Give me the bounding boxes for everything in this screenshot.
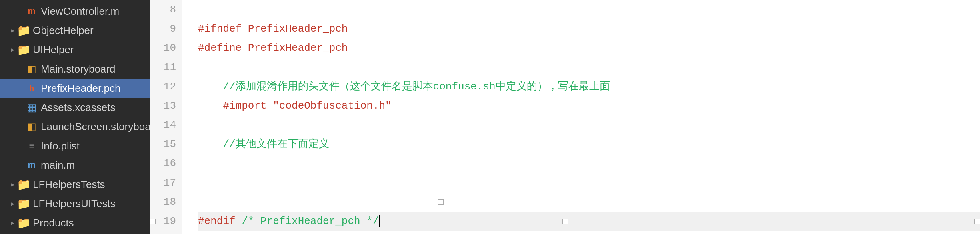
code-line[interactable]: #import "codeObfuscation.h": [198, 96, 980, 115]
code-token: #define: [198, 38, 248, 58]
line-number: 10: [150, 38, 176, 58]
code-token: #endif: [198, 212, 242, 231]
sidebar-item-assets[interactable]: ▦Assets.xcassets: [0, 98, 150, 117]
line-number: 13: [150, 96, 176, 115]
tree-arrow: [8, 26, 17, 35]
tree-arrow: [8, 218, 17, 227]
tree-arrow: [8, 45, 17, 54]
sidebar-item-lfhelpersuitests[interactable]: 📁LFHelpersUITests: [0, 194, 150, 213]
sidebar-item-label: Products: [33, 217, 150, 229]
line-number: 9: [150, 19, 176, 38]
file-icon-folder: 📁: [17, 216, 30, 230]
sidebar-item-infoplist[interactable]: ≡Info.plist: [0, 136, 150, 155]
sidebar-item-label: main.m: [41, 159, 150, 171]
sidebar-item-prefixheader[interactable]: hPrefixHeader.pch: [0, 79, 150, 98]
code-line[interactable]: #ifndef PrefixHeader_pch: [198, 19, 980, 38]
sidebar-item-label: Info.plist: [41, 140, 150, 152]
sidebar-item-label: UIHelper: [33, 44, 150, 56]
file-icon-folder: 📁: [17, 197, 30, 210]
code-token: //其他文件在下面定义: [198, 135, 329, 154]
sidebar-item-label: Assets.xcassets: [41, 101, 150, 114]
line-number: 11: [150, 58, 176, 77]
code-line[interactable]: [198, 173, 980, 192]
code-line[interactable]: [198, 0, 980, 19]
file-icon-folder: 📁: [17, 178, 30, 191]
code-token: #ifndef: [198, 19, 248, 38]
sidebar-item-lfhelperstests[interactable]: 📁LFHelpersTests: [0, 175, 150, 194]
file-icon-folder: 📁: [17, 43, 30, 56]
sidebar-item-launchscreen[interactable]: ◧LaunchScreen.storyboard: [0, 117, 150, 136]
code-line[interactable]: [198, 192, 980, 212]
file-icon-pch: h: [25, 81, 38, 95]
resize-handle-left[interactable]: [150, 219, 156, 224]
code-area: 8910111213141516171819 #ifndef PrefixHea…: [150, 0, 980, 234]
code-token: //添加混淆作用的头文件（这个文件名是脚本confuse.sh中定义的），写在最…: [198, 77, 610, 96]
file-icon-plist: ≡: [25, 139, 38, 153]
line-number: 16: [150, 154, 176, 173]
file-icon-swift: m: [25, 4, 38, 18]
tree-arrow: [8, 180, 17, 189]
code-line[interactable]: [198, 154, 980, 173]
file-icon-storyboard: ◧: [25, 120, 38, 133]
sidebar-item-label: LaunchScreen.storyboard: [41, 121, 150, 133]
sidebar: mViewController.m📁ObjectHelper📁UIHelper◧…: [0, 0, 150, 234]
file-icon-xcassets: ▦: [25, 101, 38, 114]
code-editor: 8910111213141516171819 #ifndef PrefixHea…: [150, 0, 980, 234]
sidebar-item-label: ObjectHelper: [33, 24, 150, 37]
file-icon-folder: 📁: [17, 24, 30, 37]
code-token: "codeObfuscation.h": [273, 96, 391, 115]
sidebar-item-label: PrefixHeader.pch: [41, 82, 150, 95]
line-number: 17: [150, 173, 176, 192]
sidebar-item-label: ViewController.m: [41, 5, 150, 18]
sidebar-item-main-storyboard[interactable]: ◧Main.storyboard: [0, 59, 150, 79]
code-line[interactable]: //其他文件在下面定义: [198, 135, 980, 154]
sidebar-item-label: LFHelpersUITests: [33, 198, 150, 210]
line-number: 18: [150, 192, 176, 212]
code-line[interactable]: [198, 115, 980, 135]
text-cursor: [379, 215, 380, 227]
code-line[interactable]: //添加混淆作用的头文件（这个文件名是脚本confuse.sh中定义的），写在最…: [198, 77, 980, 96]
file-icon-m: m: [25, 158, 38, 172]
line-number: 8: [150, 0, 176, 19]
inline-square: [438, 199, 444, 205]
file-icon-storyboard: ◧: [25, 62, 38, 76]
code-line[interactable]: #endif /* PrefixHeader_pch */: [198, 212, 980, 231]
line-number: 14: [150, 115, 176, 135]
code-lines[interactable]: #ifndef PrefixHeader_pch#define PrefixHe…: [182, 0, 980, 234]
code-line[interactable]: [198, 58, 980, 77]
resize-handle-right[interactable]: [974, 219, 980, 224]
code-token: PrefixHeader_pch: [248, 38, 348, 58]
sidebar-item-uihelper[interactable]: 📁UIHelper: [0, 40, 150, 59]
code-line[interactable]: #define PrefixHeader_pch: [198, 38, 980, 58]
resize-handle-center[interactable]: [562, 219, 568, 224]
line-number: 12: [150, 77, 176, 96]
sidebar-item-products[interactable]: 📁Products: [0, 213, 150, 232]
sidebar-item-label: LFHelpersTests: [33, 178, 150, 191]
line-number: 15: [150, 135, 176, 154]
sidebar-item-label: Main.storyboard: [41, 63, 150, 75]
code-token: PrefixHeader_pch: [248, 19, 348, 38]
sidebar-item-mainm[interactable]: mmain.m: [0, 155, 150, 175]
sidebar-item-viewcontroller[interactable]: mViewController.m: [0, 2, 150, 21]
code-token: /* PrefixHeader_pch */: [242, 212, 379, 231]
line-numbers: 8910111213141516171819: [150, 0, 182, 234]
sidebar-item-objecthelper[interactable]: 📁ObjectHelper: [0, 21, 150, 40]
code-token: #import: [198, 96, 273, 115]
tree-arrow: [8, 199, 17, 208]
